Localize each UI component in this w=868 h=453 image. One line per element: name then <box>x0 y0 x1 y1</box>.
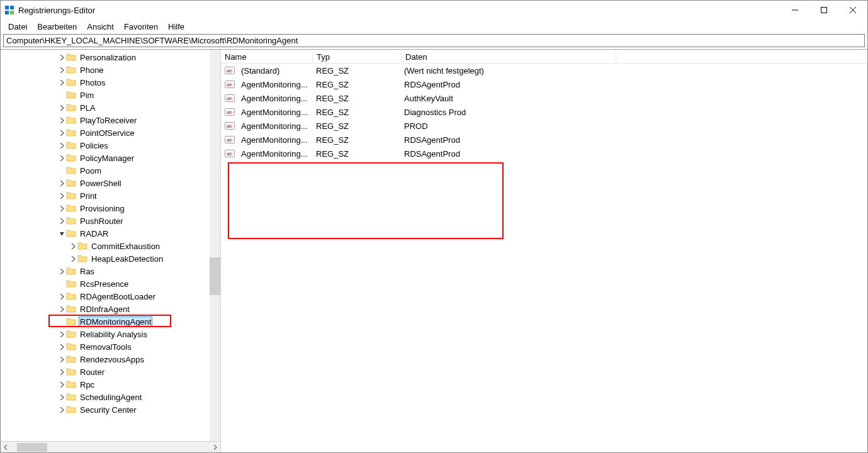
scrollbar-thumb[interactable] <box>17 443 47 452</box>
folder-icon <box>77 254 87 264</box>
svg-text:ab: ab <box>227 109 232 115</box>
tree-item[interactable]: SchedulingAgent <box>1 391 220 403</box>
chevron-right-icon[interactable] <box>57 357 66 362</box>
chevron-right-icon[interactable] <box>57 394 66 400</box>
chevron-right-icon[interactable] <box>57 306 66 312</box>
tree-item[interactable]: RDInfraAgent <box>1 303 220 315</box>
value-row[interactable]: abAgentMonitoring...REG_SZDiagnostics Pr… <box>221 105 867 119</box>
address-bar[interactable]: Computer\HKEY_LOCAL_MACHINE\SOFTWARE\Mic… <box>3 34 865 47</box>
value-type: REG_SZ <box>312 149 400 159</box>
values-list[interactable]: ab(Standard)REG_SZ(Wert nicht festgelegt… <box>221 64 867 160</box>
tree-item[interactable]: Ras <box>1 265 220 277</box>
tree-item[interactable]: Pim <box>1 89 220 101</box>
column-header-type[interactable]: Typ <box>313 51 401 63</box>
tree-item[interactable]: RADAR <box>1 227 220 240</box>
menu-item-ansicht[interactable]: Ansicht <box>82 21 119 33</box>
string-value-icon: ab <box>225 135 235 145</box>
menu-item-hilfe[interactable]: Hilfe <box>163 21 189 33</box>
tree-item[interactable]: PlayToReceiver <box>1 114 220 126</box>
menu-item-favoriten[interactable]: Favoriten <box>119 21 163 33</box>
column-header-name[interactable]: Name <box>221 51 312 63</box>
value-row[interactable]: ab(Standard)REG_SZ(Wert nicht festgelegt… <box>221 64 867 77</box>
scrollbar-thumb[interactable] <box>210 257 220 295</box>
chevron-right-icon[interactable] <box>57 407 66 413</box>
chevron-right-icon[interactable] <box>57 382 66 388</box>
tree-item[interactable]: Personalization <box>1 51 220 64</box>
chevron-right-icon[interactable] <box>57 155 66 161</box>
tree-item[interactable]: PolicyManager <box>1 152 220 164</box>
tree-horizontal-scrollbar[interactable] <box>1 441 220 452</box>
tree-item[interactable]: Router <box>1 366 220 378</box>
chevron-right-icon[interactable] <box>57 143 66 148</box>
column-header-data[interactable]: Daten <box>402 51 616 63</box>
chevron-right-icon[interactable] <box>57 369 66 375</box>
tree-item[interactable]: Provisioning <box>1 202 220 215</box>
svg-rect-0 <box>5 6 9 9</box>
chevron-right-icon[interactable] <box>57 55 66 60</box>
menu-item-bearbeiten[interactable]: Bearbeiten <box>32 21 82 33</box>
tree-item[interactable]: Reliability Analysis <box>1 328 220 340</box>
tree-item[interactable]: PLA <box>1 101 220 114</box>
tree-item[interactable]: PowerShell <box>1 177 220 189</box>
registry-tree[interactable]: PersonalizationPhonePhotosPimPLAPlayToRe… <box>1 50 220 441</box>
value-row[interactable]: abAgentMonitoring...REG_SZAuthKeyVault <box>221 91 867 105</box>
folder-icon <box>66 329 76 339</box>
tree-item[interactable]: Policies <box>1 139 220 152</box>
scroll-right-arrow[interactable] <box>209 442 220 453</box>
chevron-right-icon[interactable] <box>57 181 66 186</box>
tree-item[interactable]: PushRouter <box>1 215 220 227</box>
tree-item[interactable]: RDMonitoringAgent <box>1 315 220 328</box>
values-pane: Name Typ Daten ab(Standard)REG_SZ(Wert n… <box>221 50 867 452</box>
tree-item[interactable]: PointOfService <box>1 126 220 139</box>
tree-item-label: Rpc <box>79 380 96 389</box>
chevron-right-icon[interactable] <box>57 105 66 111</box>
chevron-right-icon[interactable] <box>57 294 66 299</box>
tree-item[interactable]: Photos <box>1 76 220 89</box>
chevron-right-icon[interactable] <box>69 243 77 249</box>
window-title: Registrierungs-Editor <box>18 6 95 15</box>
chevron-right-icon[interactable] <box>57 80 66 86</box>
chevron-right-icon[interactable] <box>57 332 66 337</box>
close-button[interactable] <box>838 1 867 20</box>
tree-item[interactable]: Print <box>1 189 220 202</box>
chevron-right-icon[interactable] <box>57 118 66 123</box>
folder-icon <box>66 392 76 402</box>
tree-item[interactable]: Rpc <box>1 378 220 391</box>
chevron-down-icon[interactable] <box>57 231 66 237</box>
maximize-button[interactable] <box>809 1 838 20</box>
chevron-right-icon[interactable] <box>57 67 66 73</box>
value-row[interactable]: abAgentMonitoring...REG_SZRDSAgentProd <box>221 77 867 91</box>
main-panel: PersonalizationPhonePhotosPimPLAPlayToRe… <box>1 49 867 452</box>
chevron-right-icon[interactable] <box>69 256 77 262</box>
chevron-right-icon[interactable] <box>57 269 66 274</box>
value-type: REG_SZ <box>312 108 400 117</box>
tree-item[interactable]: RemovalTools <box>1 340 220 353</box>
chevron-right-icon[interactable] <box>57 193 66 199</box>
tree-item[interactable]: RendezvousApps <box>1 353 220 366</box>
tree-item-label: Policies <box>79 141 110 150</box>
value-data: RDSAgentProd <box>400 149 614 159</box>
menu-item-datei[interactable]: Datei <box>3 21 32 33</box>
tree-item[interactable]: CommitExhaustion <box>1 240 220 252</box>
tree-item[interactable]: HeapLeakDetection <box>1 252 220 265</box>
svg-text:ab: ab <box>227 151 232 157</box>
tree-item[interactable]: RDAgentBootLoader <box>1 290 220 303</box>
chevron-right-icon[interactable] <box>57 218 66 224</box>
value-row[interactable]: abAgentMonitoring...REG_SZPROD <box>221 119 867 133</box>
minimize-button[interactable] <box>781 1 809 20</box>
tree-item[interactable]: Phone <box>1 64 220 76</box>
chevron-right-icon[interactable] <box>57 130 66 136</box>
tree-item[interactable]: RcsPresence <box>1 277 220 290</box>
tree-item-label: Reliability Analysis <box>79 330 149 339</box>
tree-item-label: RDMonitoringAgent <box>79 316 152 327</box>
scroll-left-arrow[interactable] <box>1 442 12 453</box>
value-name: AgentMonitoring... <box>237 121 312 131</box>
value-row[interactable]: abAgentMonitoring...REG_SZRDSAgentProd <box>221 133 867 147</box>
tree-item[interactable]: Security Center <box>1 403 220 416</box>
chevron-right-icon[interactable] <box>57 344 66 350</box>
value-row[interactable]: abAgentMonitoring...REG_SZRDSAgentProd <box>221 147 867 160</box>
chevron-right-icon[interactable] <box>57 206 66 211</box>
tree-vertical-scrollbar[interactable] <box>210 50 220 441</box>
svg-text:ab: ab <box>227 123 232 129</box>
tree-item[interactable]: Poom <box>1 164 220 177</box>
